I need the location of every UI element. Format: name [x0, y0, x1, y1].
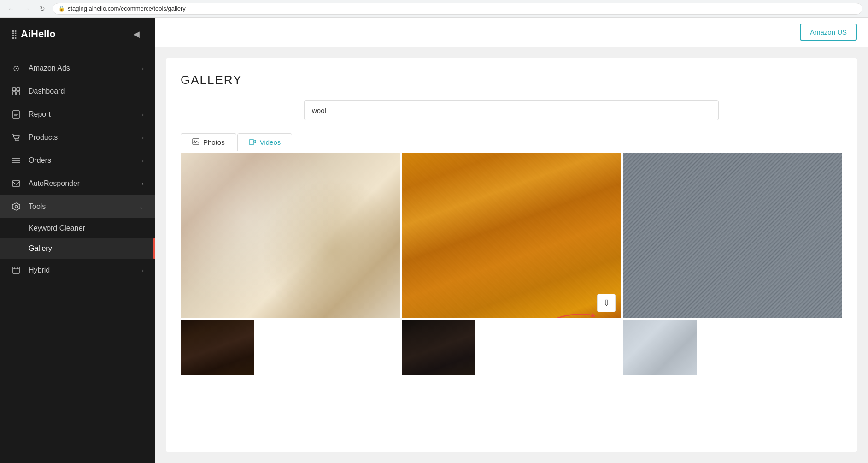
svg-rect-22 [249, 140, 254, 144]
chevron-right-icon: › [142, 134, 144, 141]
svg-point-9 [18, 140, 18, 141]
sidebar-header: ⣿ AiHello ◀ [0, 18, 155, 51]
svg-rect-1 [17, 88, 20, 91]
search-input[interactable] [304, 100, 719, 120]
amazon-us-button[interactable]: Amazon US [800, 24, 857, 41]
sidebar-item-label: Dashboard [29, 87, 144, 95]
tools-submenu: Keyword Cleaner Gallery [0, 218, 155, 259]
main-content: Amazon US GALLERY [155, 18, 868, 463]
sidebar: ⣿ AiHello ◀ ⊙ Amazon Ads › [0, 18, 155, 463]
app-container: ⣿ AiHello ◀ ⊙ Amazon Ads › [0, 18, 868, 463]
download-button[interactable]: ⇩ [597, 294, 616, 312]
svg-rect-13 [12, 181, 20, 186]
chevron-right-icon: › [142, 180, 144, 187]
sidebar-item-label: Report [29, 110, 142, 119]
sidebar-item-label: AutoResponder [29, 179, 142, 188]
chevron-right-icon: › [142, 157, 144, 164]
content-area: GALLERY Photos [155, 47, 868, 463]
tab-photos[interactable]: Photos [181, 133, 236, 151]
sidebar-item-keyword-cleaner[interactable]: Keyword Cleaner [0, 218, 155, 238]
gallery-item[interactable] [623, 320, 697, 375]
sidebar-nav: ⊙ Amazon Ads › Dashboard [0, 51, 155, 463]
sidebar-item-dashboard[interactable]: Dashboard [0, 80, 155, 103]
svg-rect-3 [17, 92, 20, 95]
tools-icon [11, 202, 21, 212]
gallery-item[interactable] [402, 320, 475, 375]
svg-marker-14 [12, 203, 20, 210]
back-button[interactable]: ← [6, 3, 17, 14]
gallery-item[interactable] [181, 153, 400, 318]
reload-button[interactable]: ↻ [37, 3, 48, 14]
svg-point-8 [15, 140, 16, 141]
arrow-annotation [543, 306, 598, 318]
tab-videos[interactable]: Videos [237, 133, 293, 151]
svg-point-15 [15, 206, 18, 208]
lock-icon: 🔒 [59, 6, 65, 12]
autoresponder-icon [11, 178, 21, 189]
sidebar-item-label: Amazon Ads [29, 64, 142, 72]
gallery-grid: ⇩ [181, 153, 842, 375]
browser-chrome: ← → ↻ 🔒 staging.aihello.com/ecommerce/to… [0, 0, 868, 18]
chevron-right-icon: › [142, 267, 144, 274]
svg-point-21 [194, 140, 195, 142]
gallery-label: Gallery [29, 244, 52, 253]
gallery-item[interactable] [623, 153, 842, 318]
sidebar-item-label: Tools [29, 202, 139, 211]
gallery-item[interactable] [181, 320, 254, 375]
gallery-title: GALLERY [181, 73, 842, 87]
main-header: Amazon US [155, 18, 868, 47]
svg-rect-0 [12, 88, 16, 91]
logo: ⣿ AiHello [11, 28, 56, 40]
sidebar-item-label: Products [29, 133, 142, 142]
sidebar-item-autoresponder[interactable]: AutoResponder › [0, 172, 155, 195]
forward-button[interactable]: → [21, 3, 32, 14]
products-icon [11, 132, 21, 142]
svg-rect-20 [193, 139, 199, 144]
chevron-right-icon: › [142, 111, 144, 118]
tab-videos-label: Videos [260, 138, 281, 146]
chevron-right-icon: › [142, 65, 144, 72]
gallery-container: GALLERY Photos [166, 58, 857, 452]
tab-photos-label: Photos [203, 138, 225, 146]
sidebar-item-report[interactable]: Report › [0, 103, 155, 126]
logo-text: AiHello [21, 28, 56, 40]
logo-icon: ⣿ [11, 29, 17, 39]
orders-icon [11, 155, 21, 166]
sidebar-toggle-button[interactable]: ◀ [129, 27, 144, 42]
report-icon [11, 109, 21, 119]
sidebar-item-tools[interactable]: Tools ⌄ [0, 195, 155, 218]
sidebar-item-gallery[interactable]: Gallery [0, 238, 155, 259]
chevron-down-icon: ⌄ [139, 203, 144, 210]
address-bar[interactable]: 🔒 staging.aihello.com/ecommerce/tools/ga… [53, 3, 862, 15]
videos-tab-icon [249, 139, 256, 146]
sidebar-item-label: Orders [29, 156, 142, 165]
sidebar-item-orders[interactable]: Orders › [0, 149, 155, 172]
tabs: Photos Videos [181, 133, 842, 151]
sidebar-item-label: Hybrid [29, 266, 142, 274]
dashboard-icon [11, 86, 21, 96]
sidebar-item-amazon-ads[interactable]: ⊙ Amazon Ads › [0, 57, 155, 80]
sidebar-item-products[interactable]: Products › [0, 126, 155, 149]
search-bar-wrapper [181, 100, 842, 120]
amazon-ads-icon: ⊙ [11, 63, 21, 73]
svg-rect-16 [13, 267, 19, 273]
svg-rect-2 [12, 92, 16, 95]
url-text: staging.aihello.com/ecommerce/tools/gall… [68, 5, 186, 12]
photos-tab-icon [192, 138, 199, 146]
hybrid-icon [11, 265, 21, 275]
keyword-cleaner-label: Keyword Cleaner [29, 224, 85, 232]
sidebar-item-hybrid[interactable]: Hybrid › [0, 259, 155, 282]
gallery-item[interactable]: ⇩ [402, 153, 621, 318]
